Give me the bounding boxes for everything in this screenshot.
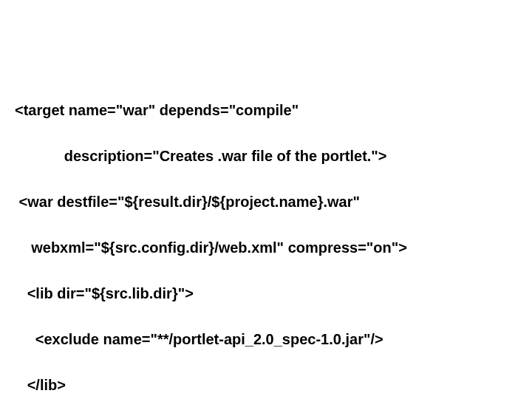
code-line: <target name="war" depends="compile": [15, 99, 517, 122]
code-line: description="Creates .war file of the po…: [15, 145, 517, 168]
code-line: <war destfile="${result.dir}/${project.n…: [15, 191, 517, 214]
code-line: <lib dir="${src.lib.dir}">: [15, 282, 517, 305]
code-line: webxml="${src.config.dir}/web.xml" compr…: [15, 236, 517, 259]
code-line: <exclude name="**/portlet-api_2.0_spec-1…: [15, 328, 517, 351]
code-line: </lib>: [15, 374, 517, 397]
